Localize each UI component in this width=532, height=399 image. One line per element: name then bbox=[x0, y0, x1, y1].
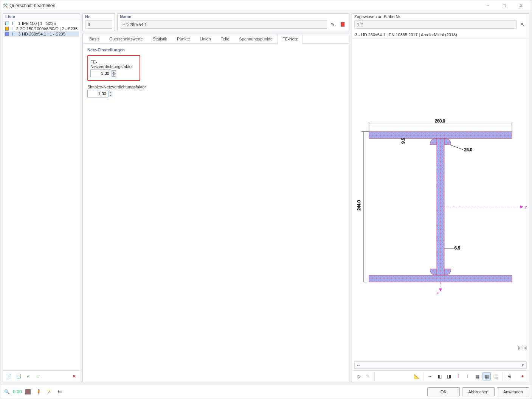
tab-basis[interactable]: Basis bbox=[84, 34, 104, 43]
color-button[interactable] bbox=[24, 388, 32, 396]
list-item-label: HD 260x54.1 | 1 - S235 bbox=[22, 32, 65, 36]
fe-factor-step-down[interactable]: ▼ bbox=[112, 73, 116, 77]
tab-stat[interactable]: Statistik bbox=[148, 34, 172, 43]
app-icon: 🛠️ bbox=[3, 3, 8, 8]
stress-button[interactable]: ◧ bbox=[435, 372, 444, 380]
list-item-number: 2 bbox=[16, 26, 19, 31]
member-assign-button[interactable]: 🧍 bbox=[34, 388, 43, 396]
properties-panel: BasisQuerschnittswerteStatistikPunkteLin… bbox=[82, 34, 349, 382]
dim-width: 260.0 bbox=[435, 119, 445, 123]
name-panel: Name HD 260x54.1 ✎ 📕 bbox=[117, 13, 349, 31]
assigned-header: Zugewiesen an Stäbe Nr. bbox=[352, 14, 529, 20]
list-item-label: 2C 150/100/4/6/30/C | 2 - S235 bbox=[20, 26, 78, 31]
tab-punkte[interactable]: Punkte bbox=[172, 34, 195, 43]
cancel-button[interactable]: Abbrechen bbox=[462, 387, 495, 396]
options-button[interactable]: ✦ bbox=[518, 372, 527, 380]
section-list-item[interactable]: I1IPE 100 | 1 - S235 bbox=[4, 21, 79, 26]
list-delete-button[interactable]: ✕ bbox=[70, 372, 78, 380]
simplex-factor-step-down[interactable]: ▼ bbox=[109, 94, 113, 97]
wizard-button[interactable]: 🪄 bbox=[45, 388, 53, 396]
netz-group-title: Netz-Einstellungen bbox=[87, 48, 344, 52]
list-item-number: 3 bbox=[17, 32, 20, 36]
minimize-button[interactable]: − bbox=[479, 0, 496, 11]
dim-flange: 9.5 bbox=[401, 138, 405, 144]
fe-netz-tab-panel: Netz-Einstellungen FE-Netzverdichtungsfa… bbox=[83, 44, 349, 382]
tab-teile[interactable]: Teile bbox=[216, 34, 234, 43]
name-header: Name bbox=[118, 14, 349, 20]
dim-web: 6.5 bbox=[454, 246, 460, 250]
tab-linien[interactable]: Linien bbox=[195, 34, 216, 43]
help-button[interactable]: 🔍 bbox=[3, 388, 11, 396]
color-swatch bbox=[5, 27, 9, 31]
fe-factor-label: FE-Netzverdichtungsfaktor bbox=[90, 60, 137, 69]
close-button[interactable]: ✕ bbox=[513, 0, 529, 11]
section-canvas: y z 260.0 bbox=[352, 39, 529, 360]
nr-header: Nr. bbox=[83, 14, 115, 20]
title-bar: 🛠️ Querschnitt bearbeiten − □ ✕ bbox=[0, 0, 532, 11]
i-section-icon: I bbox=[10, 27, 14, 31]
simplex-factor-step-up[interactable]: ▲ bbox=[109, 91, 113, 94]
units-button[interactable]: 0.00 bbox=[13, 388, 22, 396]
preview-panel: Zugewiesen an Stäbe Nr. 1,2 ↖ 3 - HD 260… bbox=[352, 13, 529, 382]
name-library-button[interactable]: 📕 bbox=[338, 20, 347, 29]
maximize-button[interactable]: □ bbox=[496, 0, 513, 11]
name-edit-button[interactable]: ✎ bbox=[329, 20, 337, 29]
fe-factor-highlight: FE-Netzverdichtungsfaktor ▲ ▼ bbox=[87, 55, 140, 81]
tabs-row: BasisQuerschnittswerteStatistikPunkteLin… bbox=[83, 34, 349, 44]
chevron-down-icon: ▾ bbox=[522, 363, 524, 368]
assigned-input[interactable]: 1,2 bbox=[354, 20, 517, 29]
color-swatch bbox=[5, 32, 9, 36]
dim-h-button[interactable]: ↔ bbox=[426, 372, 434, 380]
nr-panel: Nr. 3 bbox=[82, 13, 115, 31]
dim-radius: 24.0 bbox=[464, 147, 472, 152]
section-h-button[interactable]: Ⅰ bbox=[454, 372, 462, 380]
section-v-button[interactable]: Ⅰ bbox=[464, 372, 472, 380]
color-swatch bbox=[5, 22, 9, 25]
fe-factor-input[interactable] bbox=[90, 70, 111, 77]
list-add-button[interactable]: 📄 bbox=[5, 372, 13, 380]
ok-button[interactable]: OK bbox=[427, 387, 460, 396]
preview-title: 3 - HD 260x54.1 | EN 10365:2017 | Arcelo… bbox=[352, 31, 529, 39]
formula-button[interactable]: f≡ bbox=[56, 388, 64, 396]
preview-select[interactable]: -- ▾ bbox=[354, 361, 527, 369]
svg-rect-3 bbox=[369, 275, 512, 282]
svg-marker-6 bbox=[520, 205, 523, 208]
i-section-icon: I bbox=[11, 32, 15, 36]
name-input[interactable]: HD 260x54.1 bbox=[120, 20, 327, 29]
nr-input[interactable]: 3 bbox=[85, 20, 112, 29]
unit-label: [mm] bbox=[518, 346, 527, 350]
svg-marker-8 bbox=[439, 288, 442, 291]
apply-button[interactable]: Anwenden bbox=[497, 387, 529, 396]
tab-fenetz[interactable]: FE-Netz bbox=[278, 34, 302, 44]
section-list-item[interactable]: I3HD 260x54.1 | 1 - S235 bbox=[4, 31, 79, 37]
tab-werte[interactable]: Querschnittswerte bbox=[104, 34, 148, 43]
assigned-pick-button[interactable]: ↖ bbox=[518, 20, 527, 29]
z-axis-label: z bbox=[437, 290, 439, 295]
grid-big-button[interactable]: ▦ bbox=[473, 372, 481, 380]
y-axis-label: y bbox=[525, 204, 527, 209]
fe-factor-step-up[interactable]: ▲ bbox=[112, 70, 116, 73]
picker-button[interactable]: ✎ bbox=[364, 372, 372, 380]
simplex-factor-label: Simplex-Netzverdichtungsfaktor bbox=[87, 85, 344, 89]
print-button[interactable]: 🖨 bbox=[505, 372, 513, 380]
i-section-icon: I bbox=[11, 22, 15, 25]
section-list-item[interactable]: I22C 150/100/4/6/30/C | 2 - S235 bbox=[4, 26, 79, 31]
list-check-button[interactable]: ✓ bbox=[24, 372, 33, 380]
window-title: Querschnitt bearbeiten bbox=[8, 3, 479, 8]
list-copy-button[interactable]: 📑 bbox=[14, 372, 23, 380]
axes-toggle-button[interactable]: ◇ bbox=[354, 372, 363, 380]
svg-line-15 bbox=[450, 145, 463, 150]
grid-button[interactable]: ▦ bbox=[482, 372, 491, 380]
hatch-button[interactable]: ░ bbox=[492, 372, 500, 380]
view-axes-button[interactable]: 📐 bbox=[413, 372, 421, 380]
list-check-all-button[interactable]: ⩗ bbox=[34, 372, 42, 380]
tab-span[interactable]: Spannungspunkte bbox=[234, 34, 278, 43]
section-list-header: Liste bbox=[3, 14, 80, 20]
list-item-label: IPE 100 | 1 - S235 bbox=[22, 21, 56, 26]
stress-ratio-button[interactable]: ◨ bbox=[445, 372, 453, 380]
section-list-panel: Liste I1IPE 100 | 1 - S235I22C 150/100/4… bbox=[3, 13, 80, 382]
dim-height: 244.0 bbox=[357, 200, 361, 210]
list-item-number: 1 bbox=[17, 21, 20, 26]
svg-rect-2 bbox=[369, 131, 512, 138]
simplex-factor-input[interactable] bbox=[87, 90, 108, 97]
